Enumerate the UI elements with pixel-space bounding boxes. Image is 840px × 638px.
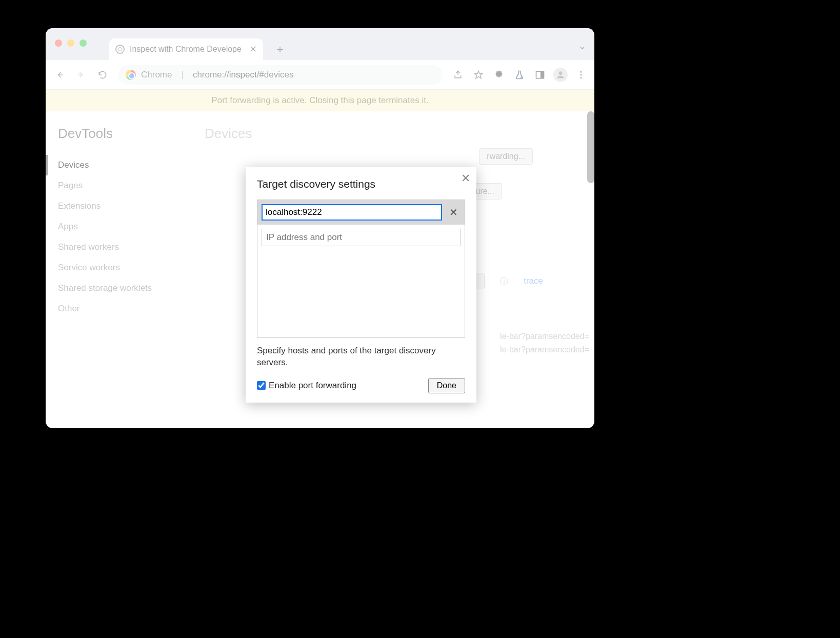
scrollbar[interactable]: [587, 111, 594, 183]
new-target-input[interactable]: [262, 229, 461, 246]
dialog-help-text: Specify hosts and ports of the target di…: [257, 345, 465, 369]
target-address-input[interactable]: [262, 204, 442, 221]
browser-window: Inspect with Chrome Develope ✕ ＋ ⌄ Chrom…: [46, 28, 594, 428]
checkbox-label-text: Enable port forwarding: [269, 381, 356, 391]
dialog-title: Target discovery settings: [257, 178, 465, 190]
checkbox-input[interactable]: [257, 381, 266, 390]
done-button[interactable]: Done: [428, 378, 465, 393]
target-list: ✕: [257, 200, 465, 338]
dialog-footer: Enable port forwarding Done: [257, 378, 465, 393]
target-discovery-dialog: ✕ Target discovery settings ✕ Specify ho…: [246, 167, 476, 403]
enable-port-forwarding-checkbox[interactable]: Enable port forwarding: [257, 381, 356, 391]
target-row: ✕: [257, 200, 465, 225]
target-row-empty: [257, 225, 465, 250]
remove-target-button[interactable]: ✕: [446, 205, 461, 220]
close-dialog-button[interactable]: ✕: [461, 172, 470, 185]
